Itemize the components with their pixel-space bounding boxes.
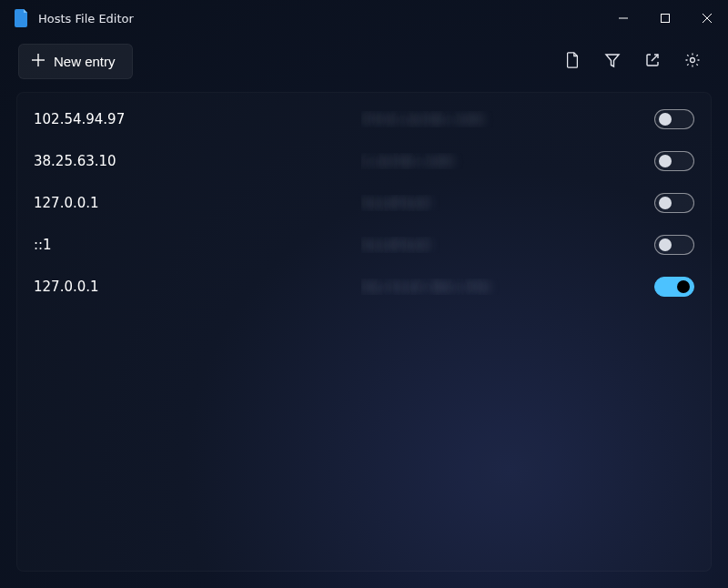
toolbar-actions bbox=[555, 46, 710, 78]
titlebar-left: Hosts File Editor bbox=[15, 9, 134, 27]
toggle-knob bbox=[659, 197, 672, 209]
entry-row[interactable]: ::1localhost bbox=[17, 224, 711, 266]
svg-rect-1 bbox=[662, 15, 670, 23]
close-button[interactable] bbox=[686, 0, 728, 36]
maximize-button[interactable] bbox=[644, 0, 686, 36]
entry-row[interactable]: 38.25.63.10x.acme.com bbox=[17, 140, 711, 182]
window: Hosts File Editor New entry bbox=[0, 0, 728, 588]
plus-icon bbox=[32, 54, 45, 69]
app-file-icon bbox=[15, 9, 29, 27]
toggle-knob bbox=[659, 155, 672, 167]
entry-ip: 102.54.94.97 bbox=[34, 111, 361, 127]
entry-toggle[interactable] bbox=[654, 277, 694, 297]
entry-ip: 38.25.63.10 bbox=[34, 153, 361, 169]
minimize-button[interactable] bbox=[602, 0, 644, 36]
entry-ip: 127.0.0.1 bbox=[34, 195, 361, 211]
gear-icon bbox=[684, 52, 701, 72]
file-icon bbox=[565, 52, 580, 72]
toggle-knob bbox=[659, 113, 672, 126]
entry-hostname: x.acme.com bbox=[361, 153, 654, 169]
window-controls bbox=[602, 0, 728, 36]
entry-toggle[interactable] bbox=[654, 109, 694, 129]
entry-toggle[interactable] bbox=[654, 235, 694, 255]
toolbar: New entry bbox=[0, 36, 728, 92]
entry-toggle[interactable] bbox=[654, 193, 694, 213]
entry-ip: ::1 bbox=[34, 237, 361, 253]
entry-ip: 127.0.0.1 bbox=[34, 279, 361, 295]
window-title: Hosts File Editor bbox=[38, 12, 134, 25]
entry-hostname: localhost bbox=[361, 237, 654, 253]
entry-toggle[interactable] bbox=[654, 151, 694, 171]
entries-list: 102.54.94.97rhino.acme.com38.25.63.10x.a… bbox=[16, 92, 712, 572]
open-file-button[interactable] bbox=[555, 46, 590, 78]
toggle-knob bbox=[659, 238, 672, 251]
titlebar: Hosts File Editor bbox=[0, 0, 728, 36]
entry-row[interactable]: 102.54.94.97rhino.acme.com bbox=[17, 98, 711, 140]
svg-point-6 bbox=[691, 57, 695, 62]
entry-hostname: rhino.acme.com bbox=[361, 111, 654, 127]
new-entry-label: New entry bbox=[54, 54, 116, 69]
entry-row[interactable]: 127.0.0.1localhost bbox=[17, 182, 711, 224]
filter-icon bbox=[604, 52, 621, 72]
new-entry-button[interactable]: New entry bbox=[18, 44, 133, 79]
open-external-button[interactable] bbox=[635, 46, 670, 78]
settings-button[interactable] bbox=[675, 46, 710, 78]
filter-button[interactable] bbox=[595, 46, 630, 78]
entry-hostname: my.local.dev.site bbox=[361, 279, 654, 295]
entry-hostname: localhost bbox=[361, 195, 654, 211]
external-link-icon bbox=[645, 53, 660, 71]
toggle-knob bbox=[677, 280, 690, 293]
entry-row[interactable]: 127.0.0.1my.local.dev.site bbox=[17, 266, 711, 308]
